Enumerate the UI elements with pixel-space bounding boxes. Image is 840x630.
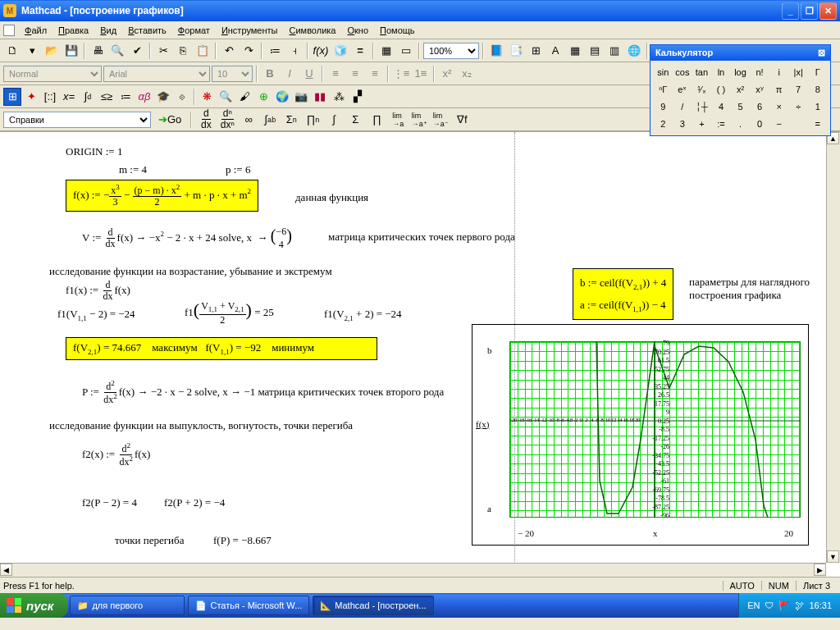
f1-v1[interactable]: f1(V1,1 − 2) = −24 — [57, 308, 135, 322]
zoom-icon[interactable]: 🔍 — [217, 88, 235, 106]
integral-icon[interactable]: ∫ab — [261, 111, 279, 129]
equals-icon[interactable]: = — [351, 42, 369, 60]
calc-key[interactable]: 8 — [808, 81, 827, 98]
maximize-button[interactable]: ❐ — [801, 2, 818, 20]
matrix-palette-icon[interactable]: [::] — [41, 88, 59, 106]
calc-key[interactable]: n! — [751, 64, 769, 80]
calc-key[interactable]: ( ) — [712, 81, 731, 98]
calc-key[interactable]: 1 — [808, 98, 827, 115]
save-icon[interactable]: 💾 — [62, 42, 80, 60]
crosshair-icon[interactable]: ⊕ — [254, 88, 272, 106]
p-def[interactable]: p := 6 — [226, 163, 250, 176]
task-mathcad[interactable]: 📐Mathcad - [построен... — [313, 596, 433, 615]
calc-key[interactable]: = — [808, 116, 827, 132]
calc-key[interactable]: ÷ — [789, 98, 808, 115]
calc-key[interactable]: sin — [654, 64, 673, 80]
m-def[interactable]: m := 4 — [119, 163, 147, 176]
align-left-icon[interactable]: ≡ — [326, 65, 345, 83]
ab-params[interactable]: b := ceil(f(V2,1)) + 4 a := ceil(f(V1,1)… — [573, 268, 673, 320]
scatter-icon[interactable]: ⁂ — [330, 88, 348, 106]
undo-icon[interactable]: ↶ — [220, 42, 238, 60]
start-button[interactable]: пуск — [0, 593, 68, 618]
screenshot-icon[interactable]: 📷 — [292, 88, 310, 106]
menu-edit[interactable]: Правка — [53, 24, 94, 37]
copy-icon[interactable]: ⎘ — [174, 42, 192, 60]
P-def[interactable]: P := d2dx2f(x) → −2 · x − 2 solve, x → −… — [82, 380, 444, 405]
zoom-combo[interactable]: 100% — [423, 43, 479, 59]
world-icon[interactable]: 🌐 — [625, 42, 643, 60]
menu-insert[interactable]: Вставить — [123, 24, 171, 37]
3d-icon[interactable]: ▞ — [349, 88, 367, 106]
sum-icon[interactable]: Σ — [346, 111, 364, 129]
close-button[interactable]: ✕ — [819, 2, 837, 20]
calculator-close-icon[interactable]: ⊠ — [818, 48, 825, 58]
eval-palette-icon[interactable]: x= — [60, 88, 78, 106]
align-right-icon[interactable]: ≡ — [366, 65, 384, 83]
calc-key[interactable]: tan — [692, 64, 711, 80]
calc-key[interactable]: / — [673, 98, 692, 115]
pivot-icon[interactable]: ▥ — [605, 42, 623, 60]
align-icon[interactable]: ≔ — [266, 42, 284, 60]
tray-shield-icon[interactable]: 🛡 — [765, 600, 774, 610]
subscript-icon[interactable]: x₂ — [458, 65, 476, 83]
calc-key[interactable]: cos — [673, 64, 692, 80]
menu-tools[interactable]: Инструменты — [217, 24, 283, 37]
menu-format[interactable]: Формат — [173, 24, 215, 37]
xy-plot[interactable]: b a f(x) − 20 20 x 7970.2561.552.754435.… — [472, 324, 809, 546]
extremum-box[interactable]: f(V2,1) = 74.667 максимум f(V1,1) = −92 … — [66, 337, 377, 360]
calc-key[interactable]: ln — [712, 64, 731, 80]
mdi-icon[interactable] — [3, 25, 15, 36]
f2-minus[interactable]: f2(P − 2) = 4 — [82, 496, 137, 509]
tray-lang[interactable]: EN — [747, 600, 760, 610]
calc-key[interactable]: log — [731, 64, 750, 80]
calculator-palette-icon[interactable]: ⊞ — [3, 88, 21, 106]
scroll-right-icon[interactable]: ▶ — [814, 564, 826, 576]
bold-icon[interactable]: B — [261, 65, 279, 83]
calc-key[interactable]: + — [692, 116, 711, 132]
deriv-icon[interactable]: ddx — [197, 111, 215, 129]
calc-key[interactable]: eˣ — [673, 81, 692, 98]
calc-key[interactable]: . — [731, 116, 750, 132]
calc-key[interactable] — [789, 116, 808, 132]
font-combo[interactable]: Arial — [103, 66, 210, 82]
calc-key[interactable]: xʸ — [751, 81, 769, 98]
f1-def[interactable]: f1(x) := ddxf(x) — [66, 280, 130, 302]
calc-key[interactable]: ╎┼ — [692, 98, 711, 115]
calc-key[interactable]: 2 — [654, 116, 673, 132]
calc-key[interactable]: 7 — [789, 81, 808, 98]
new-icon[interactable]: 🗋 — [3, 42, 21, 60]
calc-key[interactable]: Γ — [808, 64, 827, 80]
brush-icon[interactable]: 🖌 — [235, 88, 253, 106]
style-combo[interactable]: Normal — [3, 66, 102, 82]
open-icon[interactable]: 📂 — [43, 42, 61, 60]
paste-icon[interactable]: 📋 — [194, 42, 212, 60]
modifier-palette-icon[interactable]: ⟐ — [173, 88, 191, 106]
component2-icon[interactable]: ▦ — [566, 42, 584, 60]
calc-key[interactable]: × — [769, 98, 788, 115]
calculator-palette[interactable]: Калькулятор ⊠ sincostanlnlogn!i|x|ΓⁿΓeˣ¹… — [650, 44, 831, 136]
task-word[interactable]: 📄Статья - Microsoft W... — [188, 596, 309, 615]
f2-plus[interactable]: f2(P + 2) = −4 — [164, 496, 225, 509]
menu-symbolics[interactable]: Символика — [284, 24, 340, 37]
globe-icon[interactable]: 🌍 — [273, 88, 291, 106]
menu-view[interactable]: Вид — [95, 24, 121, 37]
fx-def[interactable]: f(x) := −x33 − (p − m) · x22 + m · p · x… — [66, 180, 258, 212]
calc-palette-icon[interactable]: ∫d — [79, 88, 97, 106]
f1-mid[interactable]: f1(V1,1 + V2,12) = 25 — [185, 299, 274, 326]
sumrange-icon[interactable]: Σn — [282, 111, 300, 129]
scroll-down-icon[interactable]: ▼ — [827, 550, 839, 563]
calc-key[interactable]: ¹⁄ₓ — [692, 81, 711, 98]
f2-def[interactable]: f2(x) := d2dx2f(x) — [82, 442, 150, 468]
menu-file[interactable]: Файл — [20, 24, 52, 37]
system-tray[interactable]: EN 🛡 🚩 🕊 16:31 — [738, 593, 840, 618]
db-icon[interactable]: ▤ — [586, 42, 604, 60]
vertical-scrollbar[interactable]: ▲ ▼ — [826, 132, 840, 563]
insert-matrix-icon[interactable]: ⊞ — [527, 42, 545, 60]
reference-combo[interactable]: Справки — [3, 112, 151, 128]
dropdown-new-icon[interactable]: ▾ — [23, 42, 41, 60]
task-folder[interactable]: 📁для первого — [70, 596, 185, 615]
horizontal-scrollbar[interactable]: ◀ ▶ — [0, 563, 826, 577]
prod-icon[interactable]: ∏ — [368, 111, 386, 129]
worksheet[interactable]: ORIGIN := 1 m := 4 p := 6 f(x) := −x33 −… — [0, 131, 840, 577]
align2-icon[interactable]: ⫞ — [285, 42, 304, 60]
